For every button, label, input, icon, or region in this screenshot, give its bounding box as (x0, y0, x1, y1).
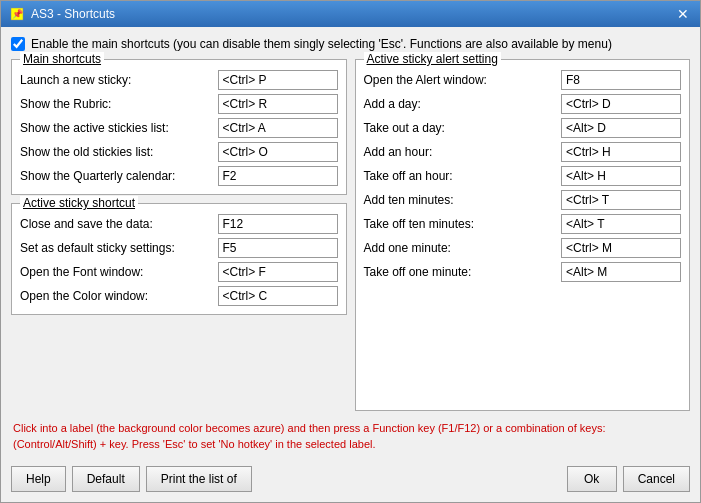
main-shortcuts-title: Main shortcuts (20, 52, 104, 66)
shortcut-label: Add ten minutes: (364, 193, 454, 207)
close-button[interactable]: ✕ (674, 5, 692, 23)
enable-shortcuts-checkbox[interactable] (11, 37, 25, 51)
shortcut-input[interactable] (218, 94, 338, 114)
shortcut-label: Take out a day: (364, 121, 445, 135)
shortcut-input[interactable] (218, 70, 338, 90)
shortcut-input[interactable] (561, 166, 681, 186)
default-button[interactable]: Default (72, 466, 140, 492)
shortcut-input[interactable] (218, 214, 338, 234)
shortcut-input[interactable] (561, 214, 681, 234)
table-row: Add one minute: (364, 238, 682, 258)
active-alert-group: Active sticky alert setting Open the Ale… (355, 59, 691, 411)
shortcut-label: Show the Rubric: (20, 97, 111, 111)
table-row: Show the Quarterly calendar: (20, 166, 338, 186)
active-sticky-shortcut-title: Active sticky shortcut (20, 196, 138, 210)
footer-left: Help Default Print the list of (11, 466, 252, 492)
shortcut-label: Open the Color window: (20, 289, 148, 303)
title-bar: 📌 AS3 - Shortcuts ✕ (1, 1, 700, 27)
svg-text:📌: 📌 (12, 8, 24, 20)
table-row: Add ten minutes: (364, 190, 682, 210)
right-panel: Active sticky alert setting Open the Ale… (355, 59, 691, 411)
shortcut-label: Open the Font window: (20, 265, 143, 279)
help-button[interactable]: Help (11, 466, 66, 492)
active-alert-title: Active sticky alert setting (364, 52, 501, 66)
footer-right: Ok Cancel (567, 466, 690, 492)
shortcut-label: Show the active stickies list: (20, 121, 169, 135)
shortcut-input[interactable] (218, 262, 338, 282)
window-title: AS3 - Shortcuts (31, 7, 115, 21)
table-row: Close and save the data: (20, 214, 338, 234)
table-row: Add a day: (364, 94, 682, 114)
shortcut-input[interactable] (561, 70, 681, 90)
table-row: Take off one minute: (364, 262, 682, 282)
shortcut-label: Take off an hour: (364, 169, 453, 183)
shortcut-input[interactable] (218, 166, 338, 186)
shortcut-input[interactable] (218, 238, 338, 258)
shortcut-input[interactable] (218, 142, 338, 162)
shortcut-label: Show the old stickies list: (20, 145, 153, 159)
shortcut-input[interactable] (561, 94, 681, 114)
info-text: Click into a label (the background color… (11, 417, 690, 456)
main-content: Enable the main shortcuts (you can disab… (1, 27, 700, 502)
cancel-button[interactable]: Cancel (623, 466, 690, 492)
shortcut-label: Add one minute: (364, 241, 451, 255)
active-sticky-shortcut-group: Active sticky shortcut Close and save th… (11, 203, 347, 315)
table-row: Show the old stickies list: (20, 142, 338, 162)
shortcuts-window: 📌 AS3 - Shortcuts ✕ Enable the main shor… (0, 0, 701, 503)
table-row: Launch a new sticky: (20, 70, 338, 90)
table-row: Open the Color window: (20, 286, 338, 306)
main-shortcuts-group: Main shortcuts Launch a new sticky: Show… (11, 59, 347, 195)
shortcut-label: Add a day: (364, 97, 421, 111)
print-button[interactable]: Print the list of (146, 466, 252, 492)
main-shortcuts-rows: Launch a new sticky: Show the Rubric: Sh… (20, 70, 338, 186)
shortcut-label: Add an hour: (364, 145, 433, 159)
enable-shortcuts-label: Enable the main shortcuts (you can disab… (31, 37, 612, 51)
shortcut-label: Launch a new sticky: (20, 73, 131, 87)
table-row: Show the active stickies list: (20, 118, 338, 138)
active-sticky-shortcut-rows: Close and save the data: Set as default … (20, 214, 338, 306)
table-row: Show the Rubric: (20, 94, 338, 114)
active-alert-rows: Open the Alert window: Add a day: Take o… (364, 70, 682, 282)
shortcut-label: Take off one minute: (364, 265, 472, 279)
shortcut-input[interactable] (561, 262, 681, 282)
shortcut-label: Close and save the data: (20, 217, 153, 231)
shortcut-input[interactable] (218, 118, 338, 138)
table-row: Take out a day: (364, 118, 682, 138)
shortcut-input[interactable] (561, 238, 681, 258)
title-bar-left: 📌 AS3 - Shortcuts (9, 6, 115, 22)
shortcut-input[interactable] (561, 118, 681, 138)
enable-shortcuts-row: Enable the main shortcuts (you can disab… (11, 35, 690, 53)
shortcut-label: Take off ten minutes: (364, 217, 475, 231)
table-row: Open the Font window: (20, 262, 338, 282)
table-row: Take off an hour: (364, 166, 682, 186)
ok-button[interactable]: Ok (567, 466, 617, 492)
main-panels: Main shortcuts Launch a new sticky: Show… (11, 59, 690, 411)
table-row: Add an hour: (364, 142, 682, 162)
shortcut-label: Show the Quarterly calendar: (20, 169, 175, 183)
left-panel: Main shortcuts Launch a new sticky: Show… (11, 59, 347, 411)
table-row: Open the Alert window: (364, 70, 682, 90)
table-row: Take off ten minutes: (364, 214, 682, 234)
shortcut-label: Set as default sticky settings: (20, 241, 175, 255)
table-row: Set as default sticky settings: (20, 238, 338, 258)
footer-buttons: Help Default Print the list of Ok Cancel (11, 462, 690, 494)
shortcut-input[interactable] (561, 190, 681, 210)
shortcut-label: Open the Alert window: (364, 73, 487, 87)
shortcut-input[interactable] (561, 142, 681, 162)
shortcut-input[interactable] (218, 286, 338, 306)
app-icon: 📌 (9, 6, 25, 22)
